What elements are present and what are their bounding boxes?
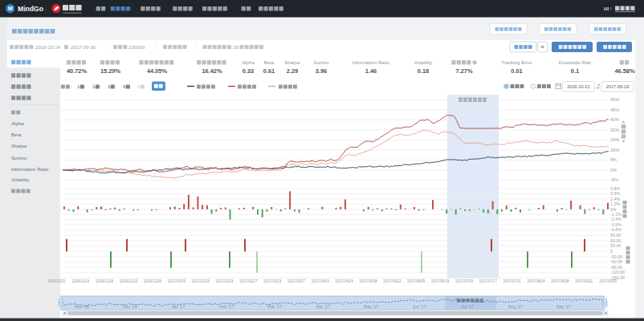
svg-text:4.8%: 4.8%	[610, 186, 620, 191]
svg-text:-120.0K: -120.0K	[610, 270, 626, 274]
svg-text:Dec '16: Dec '16	[123, 304, 137, 309]
svg-text:40%: 40%	[610, 117, 619, 122]
svg-text:Aug '17: Aug '17	[508, 304, 523, 309]
svg-text:1.46: 1.46	[365, 67, 377, 75]
svg-text:Sep '17: Sep '17	[556, 304, 571, 309]
svg-text:8%: 8%	[610, 157, 617, 162]
svg-text:20170703: 20170703	[455, 278, 473, 283]
svg-text:1: 1	[77, 83, 80, 89]
svg-text:24%: 24%	[610, 137, 619, 142]
svg-text:Sharpe: Sharpe	[284, 59, 300, 65]
svg-text:7.27%: 7.27%	[456, 67, 473, 75]
svg-text:0.1: 0.1	[571, 67, 579, 75]
svg-text:20170522: 20170522	[383, 278, 401, 283]
svg-text:3: 3	[108, 83, 111, 89]
svg-text:2016-10-21: 2016-10-21	[567, 84, 590, 89]
svg-text:20170925: 20170925	[599, 278, 617, 283]
svg-text:6: 6	[123, 83, 126, 89]
svg-text:20170911: 20170911	[575, 278, 593, 283]
svg-text:30.0K: 30.0K	[610, 243, 622, 248]
svg-text:20161114: 20161114	[72, 278, 90, 283]
svg-text:2.4%: 2.4%	[610, 197, 620, 201]
svg-text:-3.6%: -3.6%	[610, 222, 622, 227]
svg-text:Mar '17: Mar '17	[267, 304, 282, 309]
svg-text:100000: 100000	[128, 44, 145, 50]
svg-text:20170814: 20170814	[527, 278, 544, 283]
svg-text:-2.4%: -2.4%	[610, 217, 622, 221]
svg-text:15.29%: 15.29%	[100, 67, 120, 75]
svg-text:20170828: 20170828	[551, 278, 569, 283]
svg-text:Sortino: Sortino	[11, 155, 27, 160]
svg-text:Sharpe: Sharpe	[11, 143, 27, 148]
svg-text:!: !	[610, 6, 612, 11]
svg-text:46.58%: 46.58%	[614, 67, 634, 75]
svg-text:Jan '17: Jan '17	[171, 304, 185, 309]
svg-text:20170424: 20170424	[336, 278, 353, 283]
svg-text:1: 1	[137, 83, 141, 89]
svg-text:20170109: 20170109	[168, 278, 185, 283]
svg-text:1: 1	[92, 83, 96, 89]
svg-text:40.72%: 40.72%	[67, 67, 87, 75]
svg-text:Jun '17: Jun '17	[412, 304, 426, 309]
svg-text:20161212: 20161212	[120, 278, 137, 283]
svg-text:Volatility: Volatility	[11, 177, 30, 182]
svg-text:Volatility: Volatility	[414, 59, 433, 65]
svg-text:20170717: 20170717	[479, 278, 497, 283]
svg-text:2017-09-30: 2017-09-30	[71, 44, 96, 50]
svg-text:20161226: 20161226	[144, 278, 161, 283]
svg-text:0%: 0%	[610, 168, 617, 173]
svg-text:2017-09-29: 2017-09-29	[606, 84, 630, 89]
svg-text:20161031: 20161031	[47, 278, 65, 283]
svg-text:3.96: 3.96	[316, 67, 327, 75]
svg-text:|: |	[45, 6, 47, 13]
svg-text:20161128: 20161128	[96, 278, 113, 283]
svg-text:Alpha: Alpha	[242, 59, 255, 65]
svg-text:48%: 48%	[610, 108, 619, 112]
svg-text:M: M	[8, 5, 13, 12]
svg-text:-1.2%: -1.2%	[610, 212, 622, 217]
svg-text:Downside Risk: Downside Risk	[559, 59, 592, 65]
svg-text:0.33: 0.33	[243, 67, 254, 75]
svg-text:-60.0K: -60.0K	[610, 259, 623, 264]
svg-text:Alpha: Alpha	[11, 120, 24, 126]
svg-text:Information Ratio: Information Ratio	[353, 59, 390, 65]
svg-text:56%: 56%	[610, 97, 619, 102]
svg-text:Apr '17: Apr '17	[316, 304, 330, 309]
svg-text:0.01: 0.01	[511, 67, 522, 75]
svg-text:Feb '17: Feb '17	[219, 304, 234, 309]
svg-text:HI: HI	[604, 6, 609, 11]
svg-text:0%: 0%	[610, 207, 617, 212]
svg-text:-90.0K: -90.0K	[610, 265, 623, 270]
svg-text:44.05%: 44.05%	[147, 67, 167, 75]
svg-text:Information Ratio: Information Ratio	[11, 166, 49, 172]
svg-text:Sortino: Sortino	[313, 59, 329, 65]
svg-text:0.61: 0.61	[263, 67, 275, 75]
svg-text:28: 28	[233, 44, 238, 50]
svg-text:2016-10-24: 2016-10-24	[35, 44, 61, 50]
svg-text:2.29: 2.29	[287, 67, 298, 75]
svg-text:-30.0K: -30.0K	[610, 254, 623, 259]
svg-text:32%: 32%	[610, 128, 619, 132]
svg-text:20170731: 20170731	[503, 278, 520, 283]
svg-text:0: 0	[610, 249, 613, 254]
svg-text:20170605: 20170605	[407, 278, 425, 283]
svg-text:20170227: 20170227	[239, 278, 257, 283]
svg-text:20170619: 20170619	[431, 278, 449, 283]
svg-text:3.6%: 3.6%	[610, 191, 620, 196]
svg-text:Beta: Beta	[11, 132, 22, 137]
svg-text:Jul '17: Jul '17	[461, 304, 473, 309]
svg-text:-8%: -8%	[610, 177, 618, 182]
svg-text:-4.8%: -4.8%	[610, 227, 622, 232]
svg-text:Beta: Beta	[264, 59, 275, 65]
svg-text:20170508: 20170508	[359, 278, 377, 283]
svg-text:60.0K: 60.0K	[610, 238, 622, 243]
svg-text:20170213: 20170213	[215, 278, 233, 283]
svg-text:Nov '16: Nov '16	[75, 304, 89, 309]
svg-text:0.18: 0.18	[418, 67, 429, 75]
svg-text:20170327: 20170327	[287, 278, 305, 283]
svg-text:1.2%: 1.2%	[610, 201, 620, 206]
svg-text:May '17: May '17	[364, 304, 379, 309]
svg-text:20170123: 20170123	[191, 278, 209, 283]
svg-text:Tracking Error: Tracking Error	[501, 59, 532, 65]
svg-text:20170410: 20170410	[312, 278, 329, 283]
